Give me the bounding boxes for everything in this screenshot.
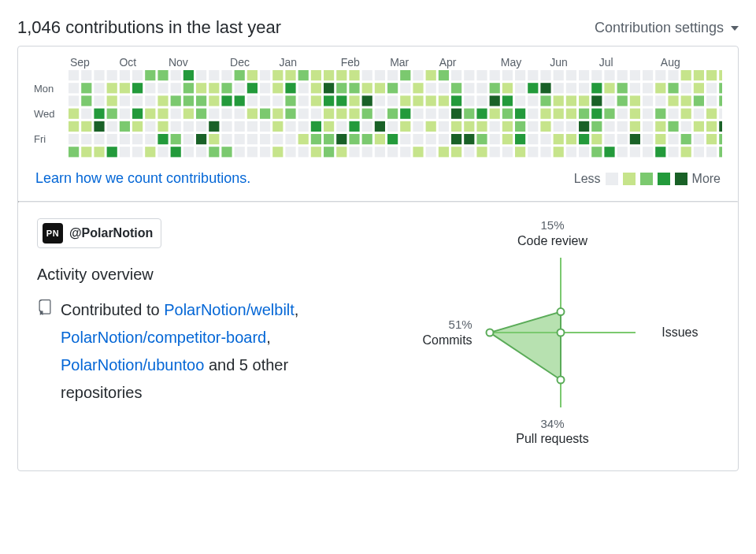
contribution-day-cell[interactable] xyxy=(273,83,284,93)
contribution-day-cell[interactable] xyxy=(401,109,411,119)
contribution-day-cell[interactable] xyxy=(669,134,679,144)
contribution-day-cell[interactable] xyxy=(82,83,92,93)
contribution-day-cell[interactable] xyxy=(107,83,117,93)
contribution-day-cell[interactable] xyxy=(720,134,722,144)
contribution-day-cell[interactable] xyxy=(413,83,424,93)
contribution-day-cell[interactable] xyxy=(592,121,602,132)
contribution-day-cell[interactable] xyxy=(222,121,232,132)
contribution-day-cell[interactable] xyxy=(477,121,487,132)
contribution-day-cell[interactable] xyxy=(694,121,704,132)
contribution-day-cell[interactable] xyxy=(528,83,539,93)
contribution-day-cell[interactable] xyxy=(706,121,717,132)
contribution-day-cell[interactable] xyxy=(337,134,347,144)
contribution-day-cell[interactable] xyxy=(579,70,589,80)
repo-link-2[interactable]: PolarNotion/ubuntoo xyxy=(61,356,204,374)
contribution-day-cell[interactable] xyxy=(413,121,424,132)
contribution-day-cell[interactable] xyxy=(235,121,245,132)
contribution-day-cell[interactable] xyxy=(502,83,513,93)
contribution-day-cell[interactable] xyxy=(171,95,181,106)
contribution-day-cell[interactable] xyxy=(656,95,666,106)
contribution-day-cell[interactable] xyxy=(311,70,321,80)
contribution-day-cell[interactable] xyxy=(158,147,169,157)
contribution-day-cell[interactable] xyxy=(222,70,232,80)
contribution-day-cell[interactable] xyxy=(643,147,653,157)
contribution-day-cell[interactable] xyxy=(273,147,284,157)
contribution-day-cell[interactable] xyxy=(477,134,487,144)
contribution-day-cell[interactable] xyxy=(107,134,117,144)
contribution-settings-dropdown[interactable]: Contribution settings xyxy=(595,20,739,36)
contribution-day-cell[interactable] xyxy=(490,147,500,157)
contribution-day-cell[interactable] xyxy=(477,109,487,119)
contribution-day-cell[interactable] xyxy=(643,109,653,119)
contribution-day-cell[interactable] xyxy=(720,109,722,119)
contribution-day-cell[interactable] xyxy=(515,83,525,93)
contribution-day-cell[interactable] xyxy=(605,95,615,106)
contribution-day-cell[interactable] xyxy=(566,70,576,80)
contribution-day-cell[interactable] xyxy=(196,121,206,132)
contribution-day-cell[interactable] xyxy=(694,109,704,119)
contribution-day-cell[interactable] xyxy=(541,109,551,119)
contribution-day-cell[interactable] xyxy=(132,95,143,106)
contribution-day-cell[interactable] xyxy=(350,121,360,132)
contribution-day-cell[interactable] xyxy=(566,83,576,93)
contribution-day-cell[interactable] xyxy=(387,109,398,119)
contribution-day-cell[interactable] xyxy=(209,147,220,157)
contribution-day-cell[interactable] xyxy=(350,83,360,93)
contribution-day-cell[interactable] xyxy=(286,70,296,80)
contribution-day-cell[interactable] xyxy=(350,95,360,106)
contribution-day-cell[interactable] xyxy=(401,121,411,132)
contribution-day-cell[interactable] xyxy=(146,121,156,132)
contribution-day-cell[interactable] xyxy=(387,121,398,132)
contribution-day-cell[interactable] xyxy=(247,121,258,132)
contribution-day-cell[interactable] xyxy=(681,70,691,80)
org-filter-chip[interactable]: PN @PolarNotion xyxy=(37,218,161,248)
contribution-day-cell[interactable] xyxy=(260,147,270,157)
contribution-day-cell[interactable] xyxy=(120,109,130,119)
contribution-day-cell[interactable] xyxy=(324,147,334,157)
contribution-day-cell[interactable] xyxy=(541,134,551,144)
contribution-day-cell[interactable] xyxy=(132,121,143,132)
contribution-day-cell[interactable] xyxy=(720,147,722,157)
contribution-day-cell[interactable] xyxy=(541,121,551,132)
contribution-day-cell[interactable] xyxy=(286,121,296,132)
contribution-day-cell[interactable] xyxy=(566,95,576,106)
contribution-day-cell[interactable] xyxy=(451,147,461,157)
contribution-day-cell[interactable] xyxy=(209,70,220,80)
contribution-day-cell[interactable] xyxy=(630,70,640,80)
contribution-day-cell[interactable] xyxy=(235,95,245,106)
contribution-day-cell[interactable] xyxy=(94,147,105,157)
contribution-day-cell[interactable] xyxy=(439,109,449,119)
contribution-day-cell[interactable] xyxy=(605,147,615,157)
contribution-day-cell[interactable] xyxy=(426,83,436,93)
contribution-day-cell[interactable] xyxy=(630,121,640,132)
contribution-day-cell[interactable] xyxy=(273,109,284,119)
contribution-day-cell[interactable] xyxy=(94,95,105,106)
contribution-day-cell[interactable] xyxy=(350,134,360,144)
contribution-day-cell[interactable] xyxy=(324,134,334,144)
contribution-day-cell[interactable] xyxy=(451,121,461,132)
contribution-day-cell[interactable] xyxy=(298,134,309,144)
contribution-day-cell[interactable] xyxy=(196,134,206,144)
contribution-day-cell[interactable] xyxy=(311,95,321,106)
contribution-day-cell[interactable] xyxy=(694,83,704,93)
contribution-day-cell[interactable] xyxy=(541,95,551,106)
contribution-day-cell[interactable] xyxy=(350,147,360,157)
contribution-day-cell[interactable] xyxy=(132,70,143,80)
contribution-day-cell[interactable] xyxy=(502,95,513,106)
contribution-day-cell[interactable] xyxy=(669,109,679,119)
contribution-day-cell[interactable] xyxy=(171,109,181,119)
contribution-day-cell[interactable] xyxy=(554,134,564,144)
contribution-day-cell[interactable] xyxy=(362,109,372,119)
contribution-day-cell[interactable] xyxy=(566,109,576,119)
repo-link-1[interactable]: PolarNotion/competitor-board xyxy=(61,329,266,346)
contribution-day-cell[interactable] xyxy=(681,134,691,144)
contribution-day-cell[interactable] xyxy=(681,147,691,157)
contribution-day-cell[interactable] xyxy=(146,134,156,144)
contribution-day-cell[interactable] xyxy=(311,109,321,119)
contribution-day-cell[interactable] xyxy=(209,95,220,106)
contribution-day-cell[interactable] xyxy=(669,83,679,93)
contribution-day-cell[interactable] xyxy=(656,134,666,144)
contribution-day-cell[interactable] xyxy=(273,70,284,80)
contribution-day-cell[interactable] xyxy=(502,70,513,80)
contribution-day-cell[interactable] xyxy=(362,147,372,157)
